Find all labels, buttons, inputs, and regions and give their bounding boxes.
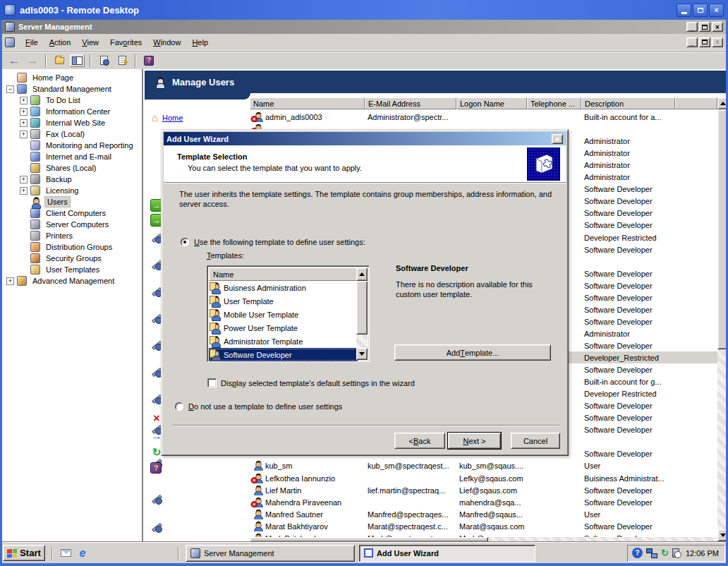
tree-item-licensing[interactable]: +Licensing bbox=[2, 185, 142, 196]
template-item-user-template[interactable]: User Template bbox=[209, 294, 358, 308]
cancel-button[interactable]: Cancel bbox=[511, 433, 560, 449]
table-row[interactable]: Marat BakhtiyarovMarat@spectraqest.c...M… bbox=[250, 520, 717, 532]
update-icon[interactable]: ↻ bbox=[661, 548, 669, 558]
tree-item-distribution-groups[interactable]: Distribution Groups bbox=[2, 241, 142, 253]
internet-explorer-icon[interactable]: e bbox=[76, 547, 89, 560]
use-template-radio-label[interactable]: Use the following template to define use… bbox=[194, 238, 365, 246]
menu-view[interactable]: View bbox=[77, 36, 104, 49]
tree-item-users[interactable]: Users bbox=[2, 196, 142, 207]
up-one-level-icon[interactable] bbox=[51, 54, 67, 68]
child-restore-icon[interactable] bbox=[699, 37, 710, 47]
app-close-icon[interactable]: × bbox=[712, 22, 723, 32]
dialog-close-icon[interactable]: × bbox=[552, 134, 563, 144]
no-template-radio-label[interactable]: Do not use a template to define user set… bbox=[188, 402, 342, 411]
start-button[interactable]: Start bbox=[3, 545, 45, 561]
template-item-mobile-user-template[interactable]: Mobile User Template bbox=[209, 308, 358, 321]
template-item-administrator-template[interactable]: Administrator Template bbox=[209, 335, 358, 348]
scroll-track[interactable] bbox=[717, 349, 726, 529]
tree-item-standard-management[interactable]: −Standard Management bbox=[2, 83, 142, 95]
scroll-up-icon[interactable] bbox=[356, 267, 368, 281]
template-item-software-developer[interactable]: Software Developer bbox=[209, 348, 358, 361]
menu-window[interactable]: Window bbox=[148, 36, 186, 49]
configure-tool-icon[interactable] bbox=[150, 493, 163, 505]
back-button[interactable]: < Back bbox=[394, 433, 445, 449]
template-item-power-user-template[interactable]: Power User Template bbox=[209, 321, 358, 335]
help-icon[interactable]: ? bbox=[141, 54, 157, 68]
menu-help[interactable]: Help bbox=[187, 36, 213, 49]
tree-item-internal-web-site[interactable]: +Internal Web Site bbox=[2, 117, 142, 128]
table-row[interactable]: kub_smkub_sm@spectraqest...kub_sm@sqaus.… bbox=[250, 459, 717, 471]
table-row[interactable]: Manfred SautnerManfred@spectraqes...Manf… bbox=[250, 508, 717, 520]
table-row[interactable]: ×admin_adls0003Administrator@spectr...Bu… bbox=[250, 111, 717, 123]
taskbar-task-server-management[interactable]: Server Management bbox=[186, 545, 355, 562]
restore-icon[interactable] bbox=[693, 4, 708, 17]
column-header-filler[interactable] bbox=[675, 97, 717, 109]
display-settings-checkbox-label[interactable]: Display selected template's default sett… bbox=[221, 379, 415, 387]
templates-scrollbar[interactable] bbox=[356, 267, 368, 360]
menu-favorites[interactable]: Favorites bbox=[105, 36, 147, 49]
child-minimize-icon[interactable]: _ bbox=[686, 37, 698, 47]
next-button[interactable]: Next > bbox=[448, 433, 501, 449]
help-icon[interactable]: ? bbox=[632, 548, 643, 558]
outlook-express-icon[interactable] bbox=[59, 547, 72, 560]
export-list-icon[interactable] bbox=[114, 54, 130, 68]
scroll-thumb[interactable] bbox=[717, 109, 726, 349]
minimize-icon[interactable] bbox=[677, 4, 691, 17]
collapse-toggle[interactable]: − bbox=[6, 85, 14, 93]
scroll-down-icon[interactable] bbox=[356, 348, 368, 360]
tree-item-shares-local[interactable]: Shares (Local) bbox=[2, 162, 142, 174]
display-settings-checkbox[interactable] bbox=[207, 378, 217, 387]
tree-item-home-page[interactable]: Home Page bbox=[2, 72, 142, 83]
templates-listbox[interactable]: Name Buisness AdministrationUser Templat… bbox=[207, 265, 370, 362]
column-header-name[interactable]: Name bbox=[250, 97, 365, 109]
templates-column-header[interactable]: Name bbox=[209, 267, 358, 281]
template-item-buisness-administration[interactable]: Buisness Administration bbox=[209, 281, 358, 294]
app-restore-icon[interactable] bbox=[699, 22, 710, 32]
expand-toggle[interactable]: + bbox=[20, 176, 28, 183]
hscroll-thumb[interactable] bbox=[250, 537, 488, 542]
app-minimize-icon[interactable]: _ bbox=[686, 22, 698, 32]
column-header-logon-name[interactable]: Logon Name bbox=[456, 97, 527, 109]
use-template-radio[interactable] bbox=[181, 238, 189, 246]
server-status-icon[interactable] bbox=[672, 548, 679, 558]
tree-item-user-templates[interactable]: User Templates bbox=[2, 264, 142, 275]
console-window-icon[interactable] bbox=[5, 37, 15, 47]
column-header-telephone[interactable]: Telephone ... bbox=[527, 97, 581, 109]
show-hide-console-tree-icon[interactable] bbox=[70, 54, 85, 67]
expand-toggle[interactable]: + bbox=[20, 108, 28, 116]
table-row[interactable]: ×Lefkothea IannunzioLefky@sqaus.comBuisi… bbox=[250, 472, 717, 484]
help-book-icon[interactable]: ? bbox=[150, 462, 162, 474]
scroll-thumb[interactable] bbox=[356, 281, 368, 335]
expand-toggle[interactable]: + bbox=[20, 131, 28, 138]
tree-item-internet-and-e-mail[interactable]: Internet and E-mail bbox=[2, 151, 142, 162]
tree-item-information-center[interactable]: +Information Center bbox=[2, 106, 142, 117]
table-row[interactable]: ×Mahendra Piraveenanmahendra@sqa...Softw… bbox=[250, 496, 717, 508]
close-icon[interactable]: × bbox=[709, 4, 724, 17]
vertical-scrollbar[interactable] bbox=[717, 97, 726, 541]
taskbar-task-add-user-wizard[interactable]: Add User Wizard bbox=[359, 545, 535, 562]
scroll-track[interactable] bbox=[356, 335, 368, 348]
tree-item-security-groups[interactable]: Security Groups bbox=[2, 253, 142, 264]
no-template-radio[interactable] bbox=[175, 402, 183, 411]
expand-toggle[interactable]: + bbox=[6, 277, 14, 285]
table-row[interactable]: Lief Martinlief.martin@spectraq...Lief@s… bbox=[250, 484, 717, 496]
scroll-down-icon[interactable] bbox=[717, 529, 726, 541]
home-link[interactable]: ⌂ Home bbox=[152, 113, 183, 123]
table-row[interactable]: Mark PritchardMark@spectraqest.comMark@s… bbox=[250, 532, 717, 537]
tree-item-printers[interactable]: Printers bbox=[2, 230, 142, 241]
tree-item-fax-local[interactable]: +Fax (Local) bbox=[2, 128, 142, 140]
column-header-description[interactable]: Description bbox=[581, 97, 675, 109]
scroll-up-icon[interactable] bbox=[717, 97, 726, 109]
menu-file[interactable]: File bbox=[20, 36, 43, 49]
back-icon[interactable]: ← bbox=[6, 54, 22, 68]
horizontal-scrollbar[interactable] bbox=[250, 537, 717, 542]
dialog-titlebar[interactable]: Add User Wizard × bbox=[164, 132, 566, 145]
tree-item-to-do-list[interactable]: +To Do List bbox=[2, 95, 142, 106]
column-header-e-mail-address[interactable]: E-Mail Address bbox=[365, 97, 456, 109]
expand-toggle[interactable]: + bbox=[20, 119, 28, 127]
menu-action[interactable]: Action bbox=[44, 36, 76, 49]
properties-icon[interactable] bbox=[96, 54, 111, 68]
expand-toggle[interactable]: + bbox=[20, 97, 28, 104]
expand-toggle[interactable]: + bbox=[20, 187, 28, 195]
tree-item-client-computers[interactable]: Client Computers bbox=[2, 207, 142, 219]
